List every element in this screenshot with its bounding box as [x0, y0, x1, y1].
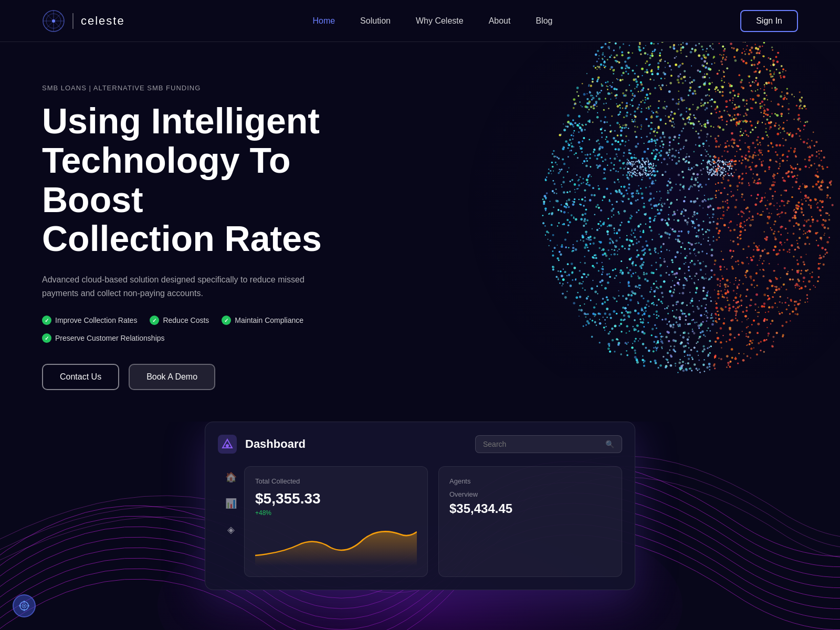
- logo-divider: [72, 13, 74, 29]
- agents-card: Agents Overview $35,434.45: [438, 466, 622, 577]
- nav-item-why-celeste[interactable]: Why Celeste: [416, 16, 464, 26]
- feature-dot-1: [42, 316, 51, 325]
- hero-title-line1: Using Intelligent: [42, 101, 320, 141]
- hero-visual: [415, 42, 840, 378]
- feature-maintain-compliance: Maintain Compliance: [222, 316, 303, 325]
- hero-description: Advanced cloud-based solution designed s…: [42, 273, 336, 300]
- total-collected-label: Total Collected: [255, 477, 417, 485]
- dashboard-search-input[interactable]: [483, 440, 600, 448]
- nav-item-home[interactable]: Home: [312, 16, 335, 26]
- hero-title: Using Intelligent Technology To Boost Co…: [42, 101, 383, 258]
- total-collected-chart: [255, 524, 417, 566]
- feature-dot-3: [222, 316, 231, 325]
- hero-features: Improve Collection Rates Reduce Costs Ma…: [42, 316, 383, 343]
- nav-link-blog[interactable]: Blog: [536, 16, 552, 25]
- feature-label-3: Maintain Compliance: [235, 316, 303, 324]
- sidebar-chart-icon[interactable]: 📊: [225, 498, 237, 509]
- search-icon: 🔍: [605, 440, 614, 448]
- contact-us-button[interactable]: Contact Us: [42, 364, 119, 390]
- agents-overview-label: Overview: [449, 490, 611, 498]
- dashboard-section: Dashboard 🔍 🏠 📊 ◈ Total Collected $5,355…: [0, 422, 840, 630]
- feature-preserve-relationships: Preserve Customer Relationships: [42, 333, 165, 343]
- feature-reduce-costs: Reduce Costs: [150, 316, 209, 325]
- feature-dot-4: [42, 333, 51, 343]
- agents-label: Agents: [449, 477, 611, 485]
- dashboard-sidebar: 🏠 📊 ◈: [218, 466, 244, 577]
- dashboard-logo-area: Dashboard: [218, 435, 306, 454]
- logo-text: celeste: [81, 14, 125, 28]
- dashboard-preview: Dashboard 🔍 🏠 📊 ◈ Total Collected $5,355…: [205, 422, 635, 590]
- badge-icon: [18, 600, 30, 612]
- dashboard-title: Dashboard: [245, 437, 306, 451]
- nav-link-why-celeste[interactable]: Why Celeste: [416, 16, 464, 25]
- hero-subtitle: SMB LOANS | ALTERNATIVE SMB FUNDING: [42, 84, 383, 92]
- dashboard-logo-icon: [218, 435, 237, 454]
- book-demo-button[interactable]: Book A Demo: [129, 364, 215, 390]
- bottom-badge[interactable]: [13, 594, 36, 617]
- nav-item-about[interactable]: About: [489, 16, 511, 26]
- nav-item-solution[interactable]: Solution: [360, 16, 391, 26]
- chart-svg: [255, 524, 417, 566]
- dashboard-body: 🏠 📊 ◈ Total Collected $5,355.33 +48%: [218, 466, 622, 577]
- nav-links: Home Solution Why Celeste About Blog: [312, 16, 552, 26]
- logo-icon: [42, 9, 65, 33]
- logo[interactable]: celeste: [42, 9, 125, 33]
- nav-item-blog[interactable]: Blog: [536, 16, 552, 26]
- sidebar-home-icon[interactable]: 🏠: [225, 471, 237, 483]
- main-nav: celeste Home Solution Why Celeste About …: [0, 0, 840, 42]
- svg-point-12: [24, 605, 25, 607]
- total-collected-card: Total Collected $5,355.33 +48%: [244, 466, 428, 577]
- total-collected-change: +48%: [255, 509, 417, 517]
- total-collected-value: $5,355.33: [255, 490, 417, 507]
- feature-label-2: Reduce Costs: [163, 316, 209, 324]
- nav-link-home[interactable]: Home: [312, 16, 335, 25]
- dashboard-cards-area: Total Collected $5,355.33 +48%: [244, 466, 622, 577]
- feature-dot-2: [150, 316, 159, 325]
- svg-point-9: [226, 444, 229, 447]
- sidebar-nav-icon[interactable]: ◈: [227, 524, 235, 536]
- nav-link-solution[interactable]: Solution: [360, 16, 391, 25]
- hero-content: SMB LOANS | ALTERNATIVE SMB FUNDING Usin…: [42, 84, 383, 390]
- agents-overview-value: $35,434.45: [449, 501, 611, 516]
- dashboard-cards-grid: Total Collected $5,355.33 +48%: [244, 466, 622, 577]
- feature-improve-collection: Improve Collection Rates: [42, 316, 137, 325]
- hero-buttons: Contact Us Book A Demo: [42, 364, 383, 390]
- feature-label-1: Improve Collection Rates: [55, 316, 137, 324]
- dash-logo-svg: [222, 438, 233, 450]
- dashboard-search-box[interactable]: 🔍: [475, 435, 622, 453]
- signin-button[interactable]: Sign In: [740, 10, 798, 32]
- nav-link-about[interactable]: About: [489, 16, 511, 25]
- feature-label-4: Preserve Customer Relationships: [55, 334, 165, 342]
- hero-section: SMB LOANS | ALTERNATIVE SMB FUNDING Usin…: [0, 42, 840, 422]
- dashboard-header: Dashboard 🔍: [218, 435, 622, 454]
- hero-title-line3: Collection Rates: [42, 218, 322, 258]
- hero-title-line2: Technology To Boost: [42, 140, 290, 219]
